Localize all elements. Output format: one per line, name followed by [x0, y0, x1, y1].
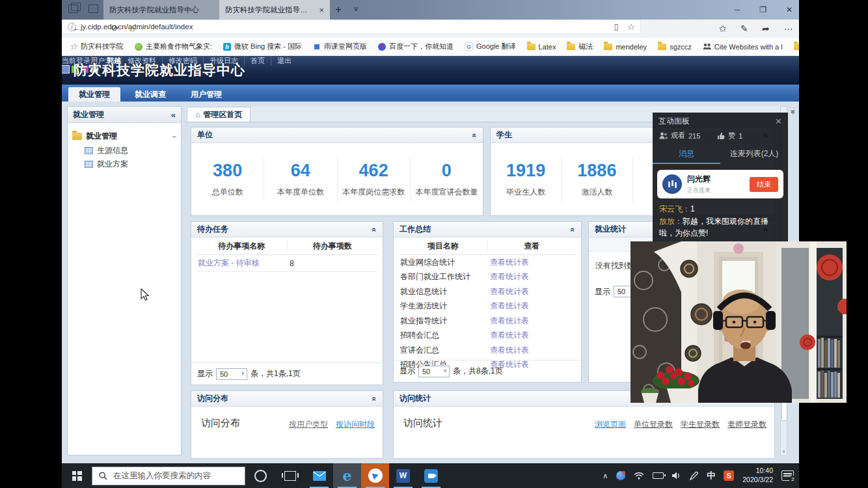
- filter-unit-logins[interactable]: 单位登录数: [634, 419, 673, 430]
- filter-by-user-type[interactable]: 按用户类型: [289, 419, 328, 430]
- taskbar-search-input[interactable]: 在这里输入你要搜索的内容: [92, 467, 245, 485]
- pen-icon[interactable]: [690, 472, 698, 480]
- more-menu-icon[interactable]: ⋯: [784, 23, 793, 34]
- close-icon[interactable]: ✕: [775, 116, 782, 126]
- browser-tab-active[interactable]: 防灾科技学院就业指导… ×: [219, 0, 330, 20]
- taskbar-app-edge[interactable]: e: [333, 463, 361, 488]
- taskbar-app-mail[interactable]: [305, 463, 333, 488]
- filter-teacher-logins[interactable]: 老师登录数: [727, 419, 766, 430]
- todo-count: 8: [286, 259, 377, 268]
- minimize-icon[interactable]: ─: [735, 5, 740, 14]
- bookmark-folder[interactable]: mendeley: [604, 43, 647, 51]
- tray-app-icon[interactable]: [616, 471, 625, 480]
- nav-tab-employment-survey[interactable]: 就业调查: [124, 87, 176, 102]
- page-size-select[interactable]: 50: [418, 366, 450, 377]
- view-stats-link[interactable]: 查看统计表: [490, 301, 529, 310]
- bookmark-item[interactable]: 微软 Bing 搜索 - 国际: [223, 42, 302, 51]
- logout-link[interactable]: 退出: [271, 56, 297, 66]
- bookmark-item[interactable]: Cite Websites with a l: [703, 43, 783, 51]
- back-icon[interactable]: ←: [72, 23, 81, 33]
- scrollbar-down-arrow-icon[interactable]: ∨: [781, 449, 787, 454]
- collapse-panel-icon[interactable]: «: [370, 227, 379, 232]
- bookmark-item[interactable]: Google 翻译: [465, 42, 516, 51]
- close-tab-icon[interactable]: ×: [314, 5, 324, 15]
- ink-note-icon[interactable]: ✎: [740, 23, 748, 34]
- close-icon[interactable]: ✕: [786, 5, 793, 14]
- panel-visit-distribution: 访问分布« 访问分布 按用户类型 按访问时段: [191, 390, 383, 459]
- mic-user-card: 闫光辉 正在连麦 结束: [657, 170, 783, 198]
- favorites-hub-icon[interactable]: ✩: [719, 23, 727, 34]
- home-icon[interactable]: ⌂: [129, 23, 135, 33]
- wifi-icon[interactable]: [634, 472, 644, 480]
- bookmark-item[interactable]: 主要粮食作物气象灾:: [135, 42, 212, 51]
- url-field[interactable]: i jy.cidp.edu.cn/admin/default/index ▯ ☆: [62, 20, 641, 34]
- bookmark-folder[interactable]: 磁法: [567, 42, 593, 51]
- battery-icon[interactable]: [653, 472, 664, 479]
- view-stats-link[interactable]: 查看统计表: [490, 258, 529, 267]
- chat-tab-messages[interactable]: 消息: [653, 146, 720, 164]
- nav-tab-employment-management[interactable]: 就业管理: [68, 87, 120, 102]
- tab-preview-icon[interactable]: [88, 5, 98, 13]
- notification-center-icon[interactable]: 2: [781, 470, 794, 481]
- taskbar-clock[interactable]: 10:40 2020/3/22: [742, 467, 773, 484]
- page-size-select[interactable]: 50: [216, 368, 247, 380]
- ime-indicator[interactable]: 中: [707, 470, 715, 481]
- filter-student-logins[interactable]: 学生登录数: [681, 419, 720, 430]
- share-icon[interactable]: ➦: [762, 23, 770, 34]
- view-stats-link[interactable]: 查看统计表: [490, 346, 529, 355]
- bookmark-folder[interactable]: Latex: [527, 43, 556, 51]
- new-tab-button[interactable]: +: [329, 3, 348, 17]
- home-link[interactable]: 首页: [244, 56, 271, 66]
- star-icon: ☆: [70, 43, 77, 51]
- tree-item-student-source[interactable]: 生源信息: [72, 144, 176, 157]
- cortana-button[interactable]: [245, 463, 275, 488]
- collapse-panel-icon[interactable]: «: [569, 227, 578, 232]
- task-view-button[interactable]: [275, 463, 305, 488]
- forward-icon[interactable]: →: [92, 23, 101, 33]
- refresh-icon[interactable]: ⟳: [111, 23, 119, 33]
- collapse-panel-icon[interactable]: «: [470, 133, 480, 137]
- stat-activated: 1886激活人数: [562, 157, 632, 202]
- tray-expand-chevron-icon[interactable]: ∧: [603, 472, 608, 480]
- folder-icon: [658, 44, 666, 50]
- panel-title: 访问统计: [400, 393, 431, 404]
- expand-panel-chevron-icon[interactable]: «: [788, 110, 797, 115]
- taskbar-app-word[interactable]: W: [389, 463, 417, 488]
- tree-item-employment-plan[interactable]: 就业方案: [72, 157, 176, 171]
- reading-view-icon[interactable]: ▯: [614, 22, 619, 31]
- collapse-node-icon[interactable]: −: [172, 132, 176, 141]
- taskbar-app-streaming[interactable]: [361, 463, 389, 488]
- chat-message: 放放郭越，我来围观你的直播啦，为你点赞!: [659, 215, 781, 239]
- browser-tab[interactable]: 防灾科技学院就业指导中心: [103, 0, 227, 20]
- todo-item-link[interactable]: 就业方案 - 待审核: [198, 258, 260, 267]
- theme-swatch-blue[interactable]: [62, 66, 69, 73]
- restore-icon[interactable]: ❐: [759, 5, 766, 14]
- bookmark-item[interactable]: ☆防灾科技学院: [70, 42, 124, 51]
- task-view-icon: [284, 471, 296, 481]
- chat-tab-mic-list[interactable]: 连麦列表(2人): [720, 146, 788, 164]
- collapse-sidebar-icon[interactable]: «: [171, 110, 176, 120]
- set-aside-tabs-icon[interactable]: [68, 5, 78, 13]
- taskbar-app-video[interactable]: [417, 463, 445, 488]
- sogou-icon[interactable]: S: [724, 470, 734, 481]
- volume-icon[interactable]: [672, 472, 681, 480]
- view-stats-link[interactable]: 查看统计表: [490, 331, 529, 340]
- bookmark-folder[interactable]: sgzccz: [658, 43, 692, 51]
- bookmark-item[interactable]: 雨课堂网页版: [313, 42, 367, 51]
- tab-admin-home[interactable]: ⌂ 管理区首页: [187, 107, 251, 122]
- tab-list-chevron-icon[interactable]: ∨: [353, 5, 359, 13]
- bookmark-folder[interactable]: radar: [794, 43, 799, 51]
- favorite-star-icon[interactable]: ☆: [627, 22, 635, 32]
- bookmark-item[interactable]: 百度一下，你就知道: [378, 42, 454, 51]
- view-stats-link[interactable]: 查看统计表: [490, 272, 529, 281]
- collapse-panel-icon[interactable]: «: [370, 396, 379, 401]
- tree-node-employment-management[interactable]: 就业管理 −: [72, 129, 176, 144]
- view-stats-link[interactable]: 查看统计表: [490, 287, 529, 296]
- filter-by-time-period[interactable]: 按访问时段: [336, 419, 375, 430]
- view-stats-link[interactable]: 查看统计表: [490, 316, 529, 325]
- folder-icon: [527, 44, 536, 50]
- end-mic-button[interactable]: 结束: [750, 177, 778, 192]
- filter-page-views[interactable]: 浏览页面: [595, 419, 626, 430]
- nav-tab-user-management[interactable]: 用户管理: [180, 87, 232, 102]
- start-button[interactable]: [62, 463, 92, 488]
